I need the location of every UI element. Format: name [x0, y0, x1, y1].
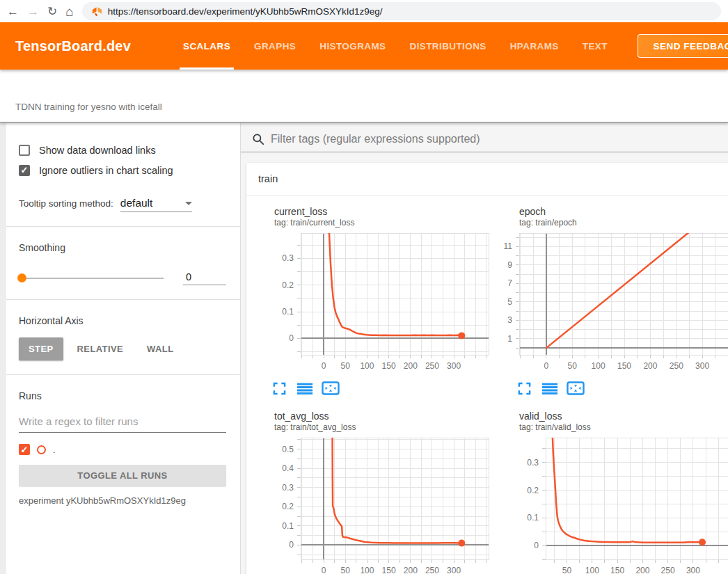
chart-title: current_loss: [274, 206, 491, 217]
ignore-outliers-checkbox[interactable]: ✓ Ignore outliers in chart scaling: [19, 160, 226, 180]
tab-graphs[interactable]: GRAPHS: [242, 22, 308, 70]
smoothing-slider[interactable]: [19, 278, 164, 279]
fullscreen-icon[interactable]: [270, 380, 288, 397]
chart-current-loss: current_loss tag: train/current_loss 050…: [246, 205, 491, 409]
smoothing-slider-row: 0: [19, 271, 226, 285]
svg-text:150: 150: [610, 566, 624, 574]
svg-text:200: 200: [404, 566, 418, 574]
browser-toolbar: ← → ↻ ⌂ https://tensorboard.dev/experime…: [0, 0, 728, 22]
app-header: TensorBoard.dev SCALARS GRAPHS HISTOGRAM…: [0, 22, 728, 70]
tab-distributions[interactable]: DISTRIBUTIONS: [398, 22, 498, 70]
smoothing-label: Smoothing: [19, 242, 226, 253]
svg-text:0: 0: [534, 541, 539, 550]
svg-text:0.5: 0.5: [282, 445, 294, 454]
runs-selector-icon[interactable]: [541, 380, 559, 397]
browser-back-icon[interactable]: ←: [7, 6, 19, 17]
svg-text:100: 100: [585, 566, 599, 574]
run-name: .: [53, 445, 56, 455]
svg-text:200: 200: [404, 361, 418, 371]
fullscreen-icon[interactable]: [515, 380, 533, 397]
chart-tag: tag: train/tot_avg_loss: [274, 422, 491, 432]
svg-text:250: 250: [425, 566, 439, 574]
dropdown-value: default: [120, 197, 153, 209]
experiment-title: TDNN training for yesno with icefall: [15, 102, 162, 112]
tab-histograms[interactable]: HISTOGRAMS: [308, 22, 397, 70]
chart-title: valid_loss: [519, 410, 728, 422]
address-bar[interactable]: https://tensorboard.dev/experiment/yKUbh…: [82, 2, 721, 20]
tab-hparams[interactable]: HPARAMS: [498, 22, 571, 70]
show-download-links-checkbox[interactable]: Show data download links: [19, 140, 226, 160]
tab-scalars[interactable]: SCALARS: [171, 22, 242, 70]
chart-tag: tag: train/valid_loss: [519, 422, 728, 432]
chart-tot-avg-loss: tot_avg_loss tag: train/tot_avg_loss 050…: [246, 409, 491, 574]
fit-domain-icon[interactable]: [567, 380, 585, 397]
experiment-title-bar: TDNN training for yesno with icefall: [0, 70, 728, 123]
chart-row: tot_avg_loss tag: train/tot_avg_loss 050…: [246, 409, 728, 574]
svg-text:100: 100: [592, 361, 606, 371]
toggle-all-runs-button[interactable]: TOGGLE ALL RUNS: [19, 465, 226, 486]
svg-text:0.1: 0.1: [282, 307, 294, 317]
tab-text[interactable]: TEXT: [571, 22, 619, 70]
svg-text:150: 150: [382, 566, 396, 574]
svg-text:50: 50: [568, 361, 578, 371]
chevron-down-icon: [185, 202, 192, 205]
svg-text:7: 7: [507, 278, 512, 288]
svg-text:0.3: 0.3: [282, 253, 294, 263]
chart-title: epoch: [519, 206, 728, 217]
svg-text:100: 100: [360, 361, 374, 371]
card-body: current_loss tag: train/current_loss 050…: [246, 196, 728, 574]
axis-step-button[interactable]: STEP: [19, 337, 63, 360]
line-chart[interactable]: 05010015020025030000.10.20.3: [246, 229, 491, 377]
svg-text:250: 250: [661, 566, 675, 574]
smoothing-value-input[interactable]: 0: [183, 271, 226, 285]
divider: [6, 374, 240, 375]
line-chart[interactable]: 0501001502002503001357911: [491, 229, 728, 377]
checkbox-label: Ignore outliers in chart scaling: [39, 165, 173, 176]
svg-text:300: 300: [447, 566, 461, 574]
svg-text:300: 300: [447, 361, 461, 371]
browser-home-icon[interactable]: ⌂: [65, 5, 73, 18]
content: Show data download links ✓ Ignore outlie…: [0, 123, 728, 574]
svg-text:150: 150: [382, 361, 396, 371]
train-section-header[interactable]: train: [246, 163, 728, 196]
brand-logo[interactable]: TensorBoard.dev: [15, 38, 131, 54]
search-icon: [252, 133, 264, 145]
line-chart[interactable]: 5010015020025030000.10.20.3: [491, 433, 728, 574]
svg-text:200: 200: [643, 361, 657, 371]
slider-knob[interactable]: [17, 273, 26, 282]
run-row[interactable]: ✓ .: [19, 444, 226, 455]
axis-relative-button[interactable]: RELATIVE: [68, 337, 134, 360]
checkbox-icon[interactable]: [19, 145, 30, 156]
tooltip-sorting-label: Tooltip sorting method:: [19, 198, 113, 209]
line-chart[interactable]: 05010015020025030000.10.20.30.40.5: [246, 433, 491, 574]
axis-wall-button[interactable]: WALL: [137, 337, 183, 360]
svg-text:300: 300: [695, 361, 709, 371]
svg-text:1: 1: [507, 334, 512, 344]
svg-text:50: 50: [562, 566, 572, 574]
fit-domain-icon[interactable]: [322, 380, 340, 397]
url-text: https://tensorboard.dev/experiment/yKUbh…: [108, 6, 383, 17]
run-checkbox-icon[interactable]: ✓: [19, 444, 30, 455]
horizontal-axis-label: Horizontal Axis: [19, 315, 226, 326]
svg-text:11: 11: [504, 241, 513, 251]
tooltip-sorting-dropdown[interactable]: default: [120, 197, 192, 212]
section-title: train: [258, 173, 278, 184]
checkbox-icon[interactable]: ✓: [19, 165, 30, 176]
svg-text:300: 300: [686, 566, 700, 574]
browser-reload-icon[interactable]: ↻: [47, 6, 57, 17]
svg-text:50: 50: [341, 566, 351, 574]
svg-text:200: 200: [635, 566, 649, 574]
svg-text:0.3: 0.3: [527, 458, 539, 468]
chart-tag: tag: train/epoch: [519, 218, 728, 228]
send-feedback-button[interactable]: SEND FEEDBACK: [638, 34, 728, 58]
runs-selector-icon[interactable]: [296, 380, 314, 397]
tag-filter-input[interactable]: [271, 133, 728, 145]
browser-forward-icon[interactable]: →: [27, 6, 39, 17]
svg-text:0.1: 0.1: [527, 513, 539, 523]
runs-filter-input[interactable]: [19, 411, 226, 433]
svg-text:0: 0: [322, 361, 326, 371]
svg-text:3: 3: [507, 315, 512, 325]
svg-text:0.2: 0.2: [527, 486, 539, 495]
experiment-id-label: experiment yKUbhb5wRmOSXYkId1z9eg: [19, 495, 226, 506]
svg-text:250: 250: [670, 361, 683, 371]
